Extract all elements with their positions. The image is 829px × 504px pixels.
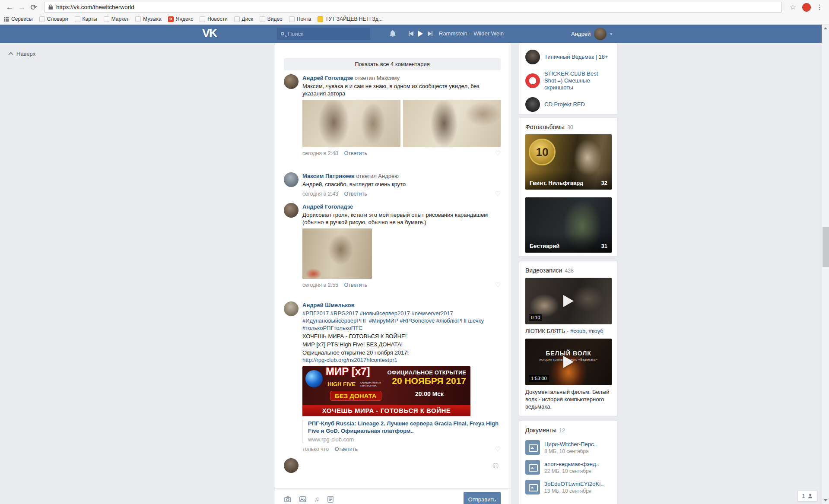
community-row[interactable]: Типичный Ведьмак | 18+ [519,47,617,67]
emoji-icon[interactable]: ☺ [491,461,500,469]
video-title[interactable]: Документальный фильм: Белый волк - истор… [519,385,617,414]
avatar[interactable] [284,203,299,218]
document-file-icon[interactable] [525,440,540,455]
browser-profile-avatar[interactable] [802,3,811,12]
bookmark-label: Яндекс [176,16,193,22]
community-avatar[interactable] [525,50,540,64]
video-title-tags[interactable]: #coub, #коуб [570,328,603,334]
comment-input[interactable] [302,458,485,473]
bookmark-dictionaries[interactable]: Словари [39,16,68,22]
community-name-link[interactable]: STICKER CLUB Best Shot =) Смешные скринш… [544,70,611,91]
document-icon[interactable] [327,495,334,503]
play-icon[interactable] [418,31,423,37]
docs-section-header[interactable]: Документы12 [519,421,617,437]
document-name-link[interactable]: Цири-Witcher-Перс.. [544,441,597,447]
community-name-link[interactable]: Типичный Ведьмак | 18+ [544,54,608,60]
bookmark-video[interactable]: Видео [260,16,283,22]
scroll-down-arrow[interactable] [822,497,829,504]
document-row[interactable]: Цири-Witcher-Перс..8 МБ, 10 сентября [519,437,617,457]
forward-button[interactable]: → [16,3,28,12]
like-heart-icon[interactable]: ♡ [495,282,501,288]
prev-track-icon[interactable] [409,31,413,36]
document-name-link[interactable]: 3oEduOTLwmEYt2oKi.. [544,481,603,487]
send-button[interactable]: Отправить [464,492,501,504]
scrollbar-thumb[interactable] [823,227,829,267]
browser-toolbar: ← → ⟳ https://vk.com/thewitcherworld ☆ ⋮ [0,0,829,14]
community-row[interactable]: STICKER CLUB Best Shot =) Смешные скринш… [519,67,617,94]
vk-logo[interactable]: VK [202,27,217,40]
community-name-link[interactable]: CD Projekt RED [544,101,585,108]
attached-photo[interactable] [302,228,372,279]
community-avatar[interactable] [525,97,540,112]
videos-section-header[interactable]: Видеозаписи428 [519,261,617,278]
bookmark-zaycev[interactable]: ТУТ ЗАЙЦЕВ НЕТ! Зд... [318,16,383,22]
album-cover-badge: 10 [529,139,556,165]
document-file-icon[interactable] [525,480,540,494]
comment-author-link[interactable]: Максим Патрикеев [302,173,355,179]
reply-link[interactable]: Ответить [344,150,367,156]
header-user-menu[interactable]: Андрей ▾ [571,25,612,43]
header-search[interactable] [277,28,370,40]
online-counter-badge[interactable]: 1 [797,490,817,501]
refresh-button[interactable]: ⟳ [28,3,40,12]
reply-link[interactable]: Ответить [335,446,358,452]
link-preview-title[interactable]: РПГ-Клуб Russia: Lineage 2. Лучшие серве… [308,420,501,434]
search-input[interactable] [288,31,366,37]
reply-link[interactable]: Ответить [344,282,367,288]
reply-link[interactable]: Ответить [344,191,367,197]
avatar[interactable] [284,74,299,89]
bookmark-star-icon[interactable]: ☆ [790,3,796,12]
like-heart-icon[interactable]: ♡ [495,190,501,197]
photo-album[interactable]: Бестиарий31 [525,197,612,253]
notifications-bell-icon[interactable] [389,29,397,38]
comment-composer: ☺ ♫ Отправить [275,454,511,504]
document-row[interactable]: anon-ведьмак-фэнд..22 МБ, 10 сентября [519,457,617,477]
bookmarks-bar: Сервисы Словари Карты Маркет Музыка ЯЯнд… [0,14,829,24]
photos-section-header[interactable]: Фотоальбомы30 [519,118,617,134]
photo-album[interactable]: 10 Гвинт. Нильфгаард32 [525,134,612,190]
page-icon [39,16,45,22]
show-all-comments-button[interactable]: Показать все 4 комментария [284,58,501,70]
bookmark-music[interactable]: Музыка [135,16,161,22]
comment-url-link[interactable]: http://rpg-club.org/ns2017hfcontestpr1 [302,356,501,364]
bookmark-maps[interactable]: Карты [75,16,97,22]
comment-author-link[interactable]: Андрей Гоголадзе [302,203,353,210]
browser-scrollbar[interactable] [822,25,829,504]
attached-photo[interactable] [302,100,400,147]
community-avatar[interactable] [525,73,540,88]
camera-icon[interactable] [284,495,292,503]
avatar[interactable] [284,301,299,316]
music-icon[interactable]: ♫ [314,496,319,503]
photo-icon[interactable] [299,495,307,503]
bookmark-services[interactable]: Сервисы [3,16,33,22]
address-bar[interactable]: https://vk.com/thewitcherworld [44,2,782,13]
avatar[interactable] [284,172,299,187]
bookmark-mail[interactable]: Почта [289,16,311,22]
link-banner-image[interactable]: МИР [x7] HIGH FIVE ОФИЦИАЛЬНАЯ ПЛАТФОРМА… [302,366,470,416]
like-heart-icon[interactable]: ♡ [495,446,501,452]
bookmark-label: ТУТ ЗАЙЦЕВ НЕТ! Зд... [325,16,383,22]
comment-hashtags[interactable]: #РПГ2017 #RPG2017 #новыйсервер2017 #news… [302,310,501,332]
back-button[interactable]: ← [3,3,16,12]
document-file-icon[interactable] [525,460,540,475]
document-name-link[interactable]: anon-ведьмак-фэнд.. [544,461,599,467]
bookmark-yandex[interactable]: ЯЯндекс [168,16,193,22]
bookmark-news[interactable]: Новости [200,16,227,22]
comment-author-link[interactable]: Андрей Гоголадзе [302,75,353,81]
back-to-top-link[interactable]: Наверх [9,51,35,57]
video-title[interactable]: ЛЮТИК БЛЯТЬ · #coub, #коуб [519,324,617,339]
bookmark-market[interactable]: Маркет [104,16,129,22]
document-row[interactable]: 3oEduOTLwmEYt2oKi..13 МБ, 10 сентября [519,477,617,497]
like-heart-icon[interactable]: ♡ [495,150,501,156]
comment-author-link[interactable]: Андрей Шмельков [302,302,355,308]
browser-menu-icon[interactable]: ⋮ [816,3,823,11]
community-row[interactable]: CD Projekt RED [519,94,617,115]
attached-photo[interactable] [403,100,501,147]
now-playing-track[interactable]: Rammstein – Wilder Wein [439,30,504,37]
replied-to-label: ответил Максиму [355,75,400,81]
scroll-up-arrow[interactable] [822,25,829,32]
video-thumbnail[interactable]: 0:10 [525,278,612,324]
video-thumbnail[interactable]: БЕЛЫЙ ВОЛК история компьютерного «Ведьма… [525,339,612,385]
bookmark-disk[interactable]: Диск [234,16,253,22]
next-track-icon[interactable] [428,31,432,36]
